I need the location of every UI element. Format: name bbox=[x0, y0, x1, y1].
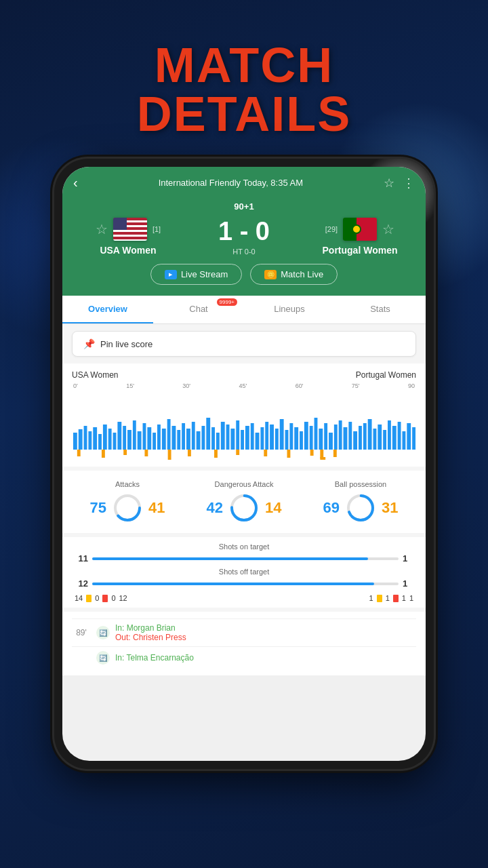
home-team: ☆ [1] USA Women bbox=[84, 218, 172, 256]
attacks-label: Attacks bbox=[115, 480, 140, 488]
event-1-text: In: Morgan Brian Out: Christen Press bbox=[115, 623, 416, 642]
event-row-2: 🔄 In: Telma Encarnação bbox=[72, 646, 416, 669]
svg-rect-75 bbox=[188, 450, 191, 456]
svg-rect-42 bbox=[280, 419, 284, 450]
svg-rect-40 bbox=[270, 425, 274, 450]
event-1-in: In: Morgan Brian bbox=[115, 623, 416, 633]
svg-rect-54 bbox=[339, 420, 342, 450]
shots-off-target-home: 12 bbox=[72, 578, 88, 589]
svg-rect-23 bbox=[186, 429, 190, 450]
svg-rect-21 bbox=[177, 430, 180, 450]
usa-flag-canton bbox=[113, 218, 127, 230]
svg-rect-64 bbox=[388, 420, 391, 450]
svg-rect-3 bbox=[88, 431, 92, 450]
home-yellow-count: 0 bbox=[95, 594, 99, 602]
svg-rect-26 bbox=[201, 426, 205, 450]
attacks-home: 75 bbox=[90, 499, 106, 517]
svg-rect-2 bbox=[84, 426, 87, 450]
svg-rect-18 bbox=[162, 429, 166, 450]
home-team-favorite[interactable]: ☆ bbox=[96, 221, 108, 237]
svg-rect-79 bbox=[287, 450, 291, 458]
ball-possession-values: 69 31 bbox=[323, 492, 399, 524]
event-2-in: In: Telma Encarnação bbox=[115, 653, 416, 663]
favorite-button[interactable]: ☆ bbox=[384, 176, 394, 191]
svg-rect-16 bbox=[152, 433, 156, 450]
away-team-favorite[interactable]: ☆ bbox=[382, 221, 394, 237]
shots-off-target-away: 1 bbox=[403, 578, 416, 589]
svg-rect-32 bbox=[230, 429, 235, 450]
away-team-flag-row: [29] ☆ bbox=[325, 218, 394, 241]
svg-rect-34 bbox=[241, 430, 244, 450]
svg-rect-25 bbox=[197, 431, 201, 450]
svg-rect-58 bbox=[359, 426, 362, 450]
svg-rect-60 bbox=[368, 419, 372, 450]
chat-badge: 9999+ bbox=[217, 298, 237, 306]
svg-rect-66 bbox=[398, 422, 401, 450]
svg-rect-52 bbox=[329, 433, 333, 450]
svg-rect-46 bbox=[300, 431, 303, 450]
svg-rect-68 bbox=[407, 423, 411, 450]
svg-rect-22 bbox=[182, 423, 185, 450]
tab-stats[interactable]: Stats bbox=[335, 296, 426, 323]
svg-rect-35 bbox=[245, 426, 249, 450]
portugal-flag-red bbox=[357, 218, 377, 241]
dangerous-attack-label: Dangerous Attack bbox=[215, 480, 274, 488]
home-yellow-card bbox=[86, 595, 92, 602]
svg-rect-37 bbox=[256, 433, 260, 450]
tabs-section: Overview Chat 9999+ Lineups Stats bbox=[62, 296, 426, 324]
match-live-button[interactable]: 🪙 Match Live bbox=[250, 264, 338, 285]
match-time: 90+1 bbox=[84, 201, 404, 212]
shots-off-target-row: 12 1 bbox=[72, 578, 416, 589]
ht-score: HT 0-0 bbox=[232, 248, 255, 256]
svg-rect-30 bbox=[221, 422, 225, 450]
phone-frame: ‹ International Friendly Today, 8:35 AM … bbox=[54, 159, 434, 769]
svg-rect-62 bbox=[378, 425, 382, 450]
svg-rect-15 bbox=[147, 427, 151, 450]
coin-icon: 🪙 bbox=[264, 270, 277, 279]
svg-rect-73 bbox=[144, 450, 148, 456]
away-red-count: 1 bbox=[402, 594, 406, 602]
svg-rect-49 bbox=[314, 418, 318, 450]
svg-rect-50 bbox=[319, 429, 323, 450]
home-team-flag bbox=[113, 218, 147, 241]
ball-possession-away: 31 bbox=[382, 499, 398, 517]
svg-rect-29 bbox=[216, 433, 220, 450]
svg-rect-57 bbox=[353, 431, 357, 450]
attacks-away: 41 bbox=[148, 499, 165, 517]
svg-rect-7 bbox=[108, 429, 112, 450]
back-button[interactable]: ‹ bbox=[73, 175, 78, 191]
tab-lineups[interactable]: Lineups bbox=[244, 296, 335, 323]
svg-rect-11 bbox=[127, 430, 131, 450]
live-stream-button[interactable]: Live Stream bbox=[150, 264, 242, 285]
phone-screen: ‹ International Friendly Today, 8:35 AM … bbox=[62, 167, 426, 761]
svg-rect-63 bbox=[383, 430, 386, 450]
pin-score-button[interactable]: 📌 Pin live score bbox=[72, 331, 416, 357]
attacks-values: 75 41 bbox=[90, 492, 165, 524]
live-stream-label: Live Stream bbox=[181, 269, 228, 279]
away-red-card bbox=[393, 595, 399, 602]
more-options-button[interactable]: ⋮ bbox=[403, 176, 415, 191]
event-2-icon: 🔄 bbox=[96, 651, 110, 665]
shots-off-target-label: Shots off target bbox=[72, 568, 416, 576]
svg-rect-31 bbox=[226, 425, 230, 450]
svg-rect-17 bbox=[157, 425, 161, 450]
svg-rect-55 bbox=[344, 427, 348, 450]
away-team: [29] ☆ Portugal Women bbox=[316, 218, 404, 256]
timeline-section: USA Women Portugal Women 0' 15' 30' 45' … bbox=[62, 363, 426, 467]
content-area: 📌 Pin live score USA Women Portugal Wome… bbox=[62, 324, 426, 675]
score-row: ☆ [1] USA Women 1 - 0 bbox=[84, 217, 404, 256]
shots-off-target-bar bbox=[92, 583, 374, 585]
away-team-timeline-label: Portugal Women bbox=[356, 370, 416, 380]
portugal-flag-emblem bbox=[352, 224, 361, 234]
svg-rect-56 bbox=[348, 422, 352, 450]
svg-rect-27 bbox=[206, 418, 210, 450]
shots-on-target-label: Shots on target bbox=[72, 542, 416, 551]
svg-rect-67 bbox=[402, 431, 405, 450]
home-detail-num1: 14 bbox=[75, 594, 83, 602]
stats-circles-row: Attacks 75 41 Dangerous Attack 42 bbox=[62, 471, 426, 533]
event-1-time: 89' bbox=[72, 628, 91, 637]
tab-overview[interactable]: Overview bbox=[62, 296, 153, 323]
tab-chat[interactable]: Chat 9999+ bbox=[153, 296, 244, 323]
away-detail-num2: 1 bbox=[409, 594, 413, 602]
home-team-name: USA Women bbox=[100, 245, 156, 256]
